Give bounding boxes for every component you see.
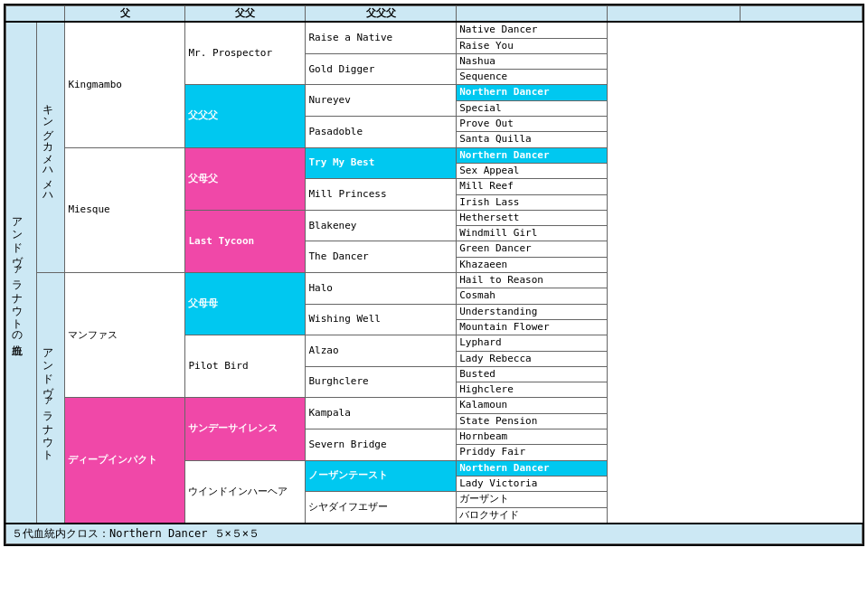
- gen1-bot-name: アンドヴァラナウト: [40, 341, 55, 455]
- gen4-11-name: Alzao: [308, 344, 338, 356]
- gen4-4-name: Pasadoble: [308, 126, 363, 137]
- gen5-30-name: Lady Victoria: [459, 477, 537, 489]
- gen2-deep-cell: ディープインパクト: [65, 398, 185, 524]
- gen4-15-name: ノーザンテースト: [308, 469, 388, 481]
- gen2-1-cell: Kingmambo: [65, 22, 185, 147]
- gen4-14-cell: Severn Bridge: [306, 429, 457, 461]
- pedigree-chart: 父 父父 父父父 アンドヴァラナウトの血統 キングカメハメハ Ki: [4, 4, 864, 546]
- gen4-2-cell: Gold Digger: [306, 53, 457, 85]
- gen4-6-name: Mill Princess: [308, 188, 386, 200]
- header-gen6-label: [740, 6, 862, 23]
- gen3-pilot-cell: Pilot Bird: [185, 335, 306, 398]
- gen5-11-cell: Mill Reef: [457, 179, 608, 194]
- gen5-5-cell: Northern Dancer: [457, 85, 608, 100]
- gen5-29-cell: Northern Dancer: [457, 460, 608, 476]
- gen3-wind-name: ウインドインハーヘア: [188, 486, 288, 497]
- gen4-8-name: The Dancer: [308, 250, 368, 262]
- gen5-2-cell: Raise You: [457, 38, 608, 53]
- gen5-18-name: Cosmah: [459, 289, 495, 301]
- gen3-sunday-name: サンデーサイレンス: [188, 422, 278, 434]
- gen5-7-cell: Prove Out: [457, 117, 608, 132]
- gen4-16-cell: シヤダイフエザー: [306, 492, 457, 524]
- gen5-7-name: Prove Out: [459, 118, 514, 129]
- gen5-11-name: Mill Reef: [459, 180, 514, 192]
- gen5-2-name: Raise You: [459, 40, 514, 52]
- gen4-6-cell: Mill Princess: [306, 179, 457, 211]
- header-gen1-label: 父: [65, 6, 185, 23]
- table-row: アンドヴァラナウト マンファス 父母母 Halo Hail to Reason: [6, 273, 863, 288]
- gen4-15-cell: ノーザンテースト: [306, 460, 457, 492]
- gen5-27-cell: Hornbeam: [457, 429, 608, 445]
- pedigree-table: 父 父父 父父父 アンドヴァラナウトの血統 キングカメハメハ Ki: [5, 5, 863, 544]
- gen4-13-cell: Kampala: [306, 398, 457, 429]
- gen2-manfas-cell: マンファス: [65, 273, 185, 398]
- footer-row: ５代血統内クロス：Northern Dancer ５×５×５: [6, 524, 863, 544]
- gen5-12-cell: Irish Lass: [457, 194, 608, 210]
- gen4-10-name: Wishing Well: [308, 313, 380, 325]
- gen4-7-cell: Blakeney: [306, 210, 457, 241]
- gen5-28-cell: Priddy Fair: [457, 445, 608, 460]
- gen5-28-name: Priddy Fair: [459, 446, 525, 458]
- header-gen3-label: 父父父: [306, 6, 457, 23]
- gen3-4-label: 父母父: [188, 173, 218, 184]
- gen4-5-name: Try My Best: [308, 156, 374, 168]
- header-gen2-label: 父父: [185, 6, 306, 23]
- gen2-miesque-name: Miesque: [68, 203, 109, 215]
- gen3-fubobob-label: 父母母: [188, 297, 218, 309]
- gen4-8-cell: The Dancer: [306, 241, 457, 273]
- gen1-bot-cell: アンドヴァラナウト: [36, 273, 65, 524]
- gen4-13-name: Kampala: [308, 407, 350, 419]
- gen5-13-cell: Hethersett: [457, 210, 608, 225]
- gen5-30-cell: Lady Victoria: [457, 476, 608, 491]
- gen5-10-name: Sex Appeal: [459, 165, 519, 176]
- gen5-10-cell: Sex Appeal: [457, 163, 608, 178]
- gen3-sunday-cell: サンデーサイレンス: [185, 398, 306, 460]
- gen5-9-cell: Northern Dancer: [457, 147, 608, 163]
- gen5-14-name: Windmill Girl: [459, 227, 537, 239]
- header-row: 父 父父 父父父: [6, 6, 863, 23]
- table-row: アンドヴァラナウトの血統 キングカメハメハ Kingmambo Mr. Pros…: [6, 22, 863, 38]
- gen5-25-cell: Kalamoun: [457, 398, 608, 413]
- gen5-24-cell: Highclere: [457, 382, 608, 398]
- gen5-22-cell: Lady Rebecca: [457, 351, 608, 366]
- gen3-4-cell: 父母父: [185, 147, 306, 210]
- gen4-1-name: Raise a Native: [308, 32, 392, 43]
- gen5-13-name: Hethersett: [459, 212, 519, 223]
- gen5-1-name: Native Dancer: [459, 24, 537, 35]
- gen4-3-cell: Nureyev: [306, 85, 457, 117]
- gen2-1-name: Kingmambo: [68, 79, 122, 90]
- gen0-cell: アンドヴァラナウトの血統: [6, 22, 37, 524]
- gen5-29-name: Northern Dancer: [459, 462, 549, 474]
- gen5-3-cell: Nashua: [457, 53, 608, 69]
- gen4-10-cell: Wishing Well: [306, 304, 457, 335]
- gen4-9-name: Halo: [308, 282, 333, 294]
- gen5-17-cell: Hail to Reason: [457, 273, 608, 288]
- gen5-31-name: ガーザント: [459, 493, 509, 505]
- gen5-23-cell: Busted: [457, 366, 608, 382]
- gen5-14-cell: Windmill Girl: [457, 226, 608, 241]
- gen2-manfas-name: マンファス: [68, 329, 118, 341]
- gen5-15-name: Green Dancer: [459, 242, 531, 254]
- gen5-32-name: バロクサイド: [459, 509, 519, 521]
- gen5-9-name: Northern Dancer: [459, 149, 549, 161]
- gen5-25-name: Kalamoun: [459, 399, 507, 411]
- gen4-12-name: Burghclere: [308, 375, 368, 387]
- gen5-15-cell: Green Dancer: [457, 241, 608, 257]
- gen3-2-label: 父父父: [188, 109, 218, 121]
- gen4-11-cell: Alzao: [306, 335, 457, 367]
- gen2-deep-name: ディープインパクト: [68, 454, 157, 466]
- gen5-3-name: Nashua: [459, 55, 495, 67]
- gen3-2-cell: 父父父: [185, 85, 306, 147]
- gen4-12-cell: Burghclere: [306, 366, 457, 398]
- gen5-26-cell: State Pension: [457, 413, 608, 429]
- gen5-4-cell: Sequence: [457, 70, 608, 85]
- gen5-18-cell: Cosmah: [457, 288, 608, 304]
- gen4-9-cell: Halo: [306, 273, 457, 305]
- gen5-20-cell: Mountain Flower: [457, 319, 608, 335]
- gen4-3-name: Nureyev: [308, 94, 350, 106]
- gen2-miesque-cell: Miesque: [65, 147, 185, 272]
- gen5-12-name: Irish Lass: [459, 196, 519, 208]
- gen5-26-name: State Pension: [459, 415, 537, 427]
- gen5-24-name: Highclere: [459, 383, 514, 395]
- gen5-32-cell: バロクサイド: [457, 507, 608, 524]
